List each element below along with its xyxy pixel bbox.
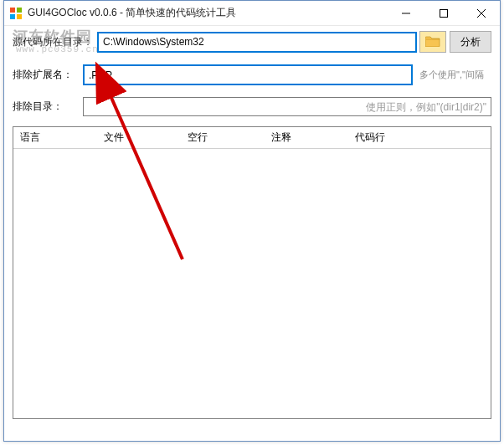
exclude-dir-row: 排除目录：: [13, 97, 491, 116]
window-controls: [387, 1, 500, 25]
exclude-dir-input[interactable]: [83, 97, 491, 116]
exclude-ext-label: 排除扩展名：: [13, 68, 80, 82]
col-blank[interactable]: 空行: [181, 127, 265, 148]
col-code[interactable]: 代码行: [348, 127, 491, 148]
source-dir-label: 源代码所在目录：: [13, 35, 93, 49]
window-title: GUI4GOCloc v0.0.6 - 简单快速的代码统计工具: [28, 6, 387, 20]
app-window: GUI4GOCloc v0.0.6 - 简单快速的代码统计工具 河东软件园 ww…: [3, 0, 501, 442]
maximize-button[interactable]: [424, 1, 462, 25]
col-files[interactable]: 文件: [97, 127, 181, 148]
titlebar: GUI4GOCloc v0.0.6 - 简单快速的代码统计工具: [4, 1, 500, 26]
app-icon: [9, 7, 23, 20]
results-table: 语言 文件 空行 注释 代码行: [13, 126, 491, 419]
col-comment[interactable]: 注释: [265, 127, 348, 148]
svg-rect-0: [10, 8, 15, 13]
exclude-dir-label: 排除目录：: [13, 100, 80, 114]
minimize-button[interactable]: [387, 1, 424, 25]
svg-rect-3: [17, 14, 22, 19]
analyze-button-label: 分析: [460, 35, 481, 49]
analyze-button[interactable]: 分析: [450, 31, 491, 53]
svg-rect-5: [440, 9, 447, 17]
folder-icon: [425, 35, 440, 49]
browse-button[interactable]: [419, 31, 446, 53]
svg-rect-2: [10, 14, 15, 19]
svg-rect-1: [17, 8, 22, 13]
col-language[interactable]: 语言: [13, 127, 97, 148]
exclude-ext-row: 排除扩展名： 多个使用","间隔: [13, 64, 491, 85]
table-body: [13, 149, 491, 417]
content-area: 源代码所在目录： 分析 排除扩展名： 多个使用","间隔 排除目录：: [4, 31, 500, 427]
close-button[interactable]: [462, 1, 500, 25]
exclude-ext-input[interactable]: [83, 64, 413, 85]
source-dir-input[interactable]: [98, 33, 416, 52]
table-header: 语言 文件 空行 注释 代码行: [13, 127, 491, 149]
exclude-ext-hint: 多个使用","间隔: [416, 69, 491, 81]
